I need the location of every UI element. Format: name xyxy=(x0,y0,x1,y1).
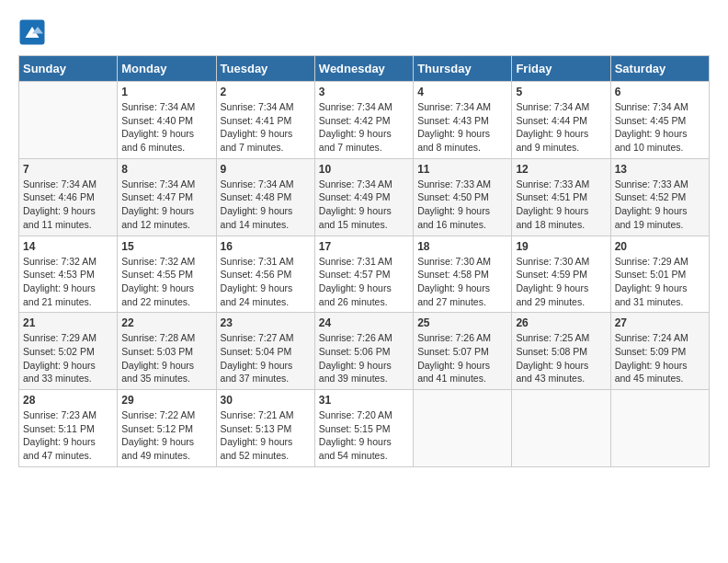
day-number: 20 xyxy=(615,240,705,253)
column-header-wednesday: Wednesday xyxy=(314,56,413,82)
day-cell: 17Sunrise: 7:31 AM Sunset: 4:57 PM Dayli… xyxy=(314,236,413,313)
day-cell: 18Sunrise: 7:30 AM Sunset: 4:58 PM Dayli… xyxy=(414,236,512,313)
day-detail: Sunrise: 7:31 AM Sunset: 4:56 PM Dayligh… xyxy=(221,255,311,309)
day-detail: Sunrise: 7:32 AM Sunset: 4:55 PM Dayligh… xyxy=(121,255,211,309)
day-cell: 20Sunrise: 7:29 AM Sunset: 5:01 PM Dayli… xyxy=(610,236,709,313)
day-detail: Sunrise: 7:20 AM Sunset: 5:15 PM Dayligh… xyxy=(319,408,409,463)
day-cell: 10Sunrise: 7:34 AM Sunset: 4:49 PM Dayli… xyxy=(314,158,413,236)
week-row-3: 14Sunrise: 7:32 AM Sunset: 4:53 PM Dayli… xyxy=(19,236,710,313)
day-detail: Sunrise: 7:31 AM Sunset: 4:57 PM Dayligh… xyxy=(319,255,409,309)
day-number: 9 xyxy=(221,163,311,176)
day-cell: 13Sunrise: 7:33 AM Sunset: 4:52 PM Dayli… xyxy=(610,158,709,236)
day-cell: 28Sunrise: 7:23 AM Sunset: 5:11 PM Dayli… xyxy=(19,390,118,467)
day-cell: 16Sunrise: 7:31 AM Sunset: 4:56 PM Dayli… xyxy=(216,236,314,313)
day-number: 22 xyxy=(121,316,211,329)
day-cell: 3Sunrise: 7:34 AM Sunset: 4:42 PM Daylig… xyxy=(314,82,413,159)
day-number: 14 xyxy=(23,240,113,253)
day-cell xyxy=(19,82,118,159)
day-detail: Sunrise: 7:30 AM Sunset: 4:59 PM Dayligh… xyxy=(516,255,606,309)
week-row-5: 28Sunrise: 7:23 AM Sunset: 5:11 PM Dayli… xyxy=(19,390,710,467)
day-cell xyxy=(512,390,610,467)
day-cell: 29Sunrise: 7:22 AM Sunset: 5:12 PM Dayli… xyxy=(118,390,216,467)
day-number: 28 xyxy=(23,394,113,407)
week-row-1: 1Sunrise: 7:34 AM Sunset: 4:40 PM Daylig… xyxy=(19,82,710,159)
day-detail: Sunrise: 7:26 AM Sunset: 5:07 PM Dayligh… xyxy=(417,331,507,385)
day-number: 24 xyxy=(319,316,409,329)
day-number: 18 xyxy=(417,240,507,253)
week-row-4: 21Sunrise: 7:29 AM Sunset: 5:02 PM Dayli… xyxy=(19,313,710,390)
day-cell xyxy=(414,390,512,467)
day-number: 5 xyxy=(516,86,606,98)
day-detail: Sunrise: 7:34 AM Sunset: 4:46 PM Dayligh… xyxy=(23,178,113,232)
day-detail: Sunrise: 7:24 AM Sunset: 5:09 PM Dayligh… xyxy=(615,331,705,385)
day-cell: 19Sunrise: 7:30 AM Sunset: 4:59 PM Dayli… xyxy=(512,236,610,313)
logo-icon xyxy=(18,18,46,46)
day-cell: 14Sunrise: 7:32 AM Sunset: 4:53 PM Dayli… xyxy=(19,236,118,313)
day-cell: 21Sunrise: 7:29 AM Sunset: 5:02 PM Dayli… xyxy=(19,313,118,390)
day-number: 17 xyxy=(319,240,409,253)
day-cell: 23Sunrise: 7:27 AM Sunset: 5:04 PM Dayli… xyxy=(216,313,314,390)
day-number: 25 xyxy=(417,316,507,329)
day-detail: Sunrise: 7:30 AM Sunset: 4:58 PM Dayligh… xyxy=(417,255,507,309)
day-detail: Sunrise: 7:34 AM Sunset: 4:40 PM Dayligh… xyxy=(121,100,211,155)
day-detail: Sunrise: 7:34 AM Sunset: 4:43 PM Dayligh… xyxy=(417,100,507,155)
day-cell xyxy=(610,390,709,467)
day-cell: 2Sunrise: 7:34 AM Sunset: 4:41 PM Daylig… xyxy=(216,82,314,159)
day-number: 31 xyxy=(319,394,409,407)
column-header-saturday: Saturday xyxy=(610,56,709,82)
column-header-thursday: Thursday xyxy=(414,56,512,82)
day-number: 27 xyxy=(615,316,705,329)
column-header-monday: Monday xyxy=(118,56,216,82)
day-cell: 27Sunrise: 7:24 AM Sunset: 5:09 PM Dayli… xyxy=(610,313,709,390)
day-number: 11 xyxy=(417,163,507,176)
day-cell: 4Sunrise: 7:34 AM Sunset: 4:43 PM Daylig… xyxy=(414,82,512,159)
day-detail: Sunrise: 7:34 AM Sunset: 4:44 PM Dayligh… xyxy=(516,100,606,155)
day-number: 2 xyxy=(221,86,311,98)
day-detail: Sunrise: 7:34 AM Sunset: 4:45 PM Dayligh… xyxy=(615,100,705,155)
day-number: 7 xyxy=(23,163,113,176)
day-detail: Sunrise: 7:34 AM Sunset: 4:49 PM Dayligh… xyxy=(319,178,409,232)
day-cell: 25Sunrise: 7:26 AM Sunset: 5:07 PM Dayli… xyxy=(414,313,512,390)
day-number: 8 xyxy=(121,163,211,176)
day-detail: Sunrise: 7:23 AM Sunset: 5:11 PM Dayligh… xyxy=(23,408,113,463)
day-detail: Sunrise: 7:26 AM Sunset: 5:06 PM Dayligh… xyxy=(319,331,409,385)
day-cell: 12Sunrise: 7:33 AM Sunset: 4:51 PM Dayli… xyxy=(512,158,610,236)
day-detail: Sunrise: 7:34 AM Sunset: 4:47 PM Dayligh… xyxy=(121,178,211,232)
day-cell: 5Sunrise: 7:34 AM Sunset: 4:44 PM Daylig… xyxy=(512,82,610,159)
day-detail: Sunrise: 7:32 AM Sunset: 4:53 PM Dayligh… xyxy=(23,255,113,309)
day-cell: 30Sunrise: 7:21 AM Sunset: 5:13 PM Dayli… xyxy=(216,390,314,467)
day-number: 16 xyxy=(221,240,311,253)
day-detail: Sunrise: 7:34 AM Sunset: 4:42 PM Dayligh… xyxy=(319,100,409,155)
day-number: 10 xyxy=(319,163,409,176)
day-detail: Sunrise: 7:22 AM Sunset: 5:12 PM Dayligh… xyxy=(121,408,211,463)
day-cell: 11Sunrise: 7:33 AM Sunset: 4:50 PM Dayli… xyxy=(414,158,512,236)
day-cell: 24Sunrise: 7:26 AM Sunset: 5:06 PM Dayli… xyxy=(314,313,413,390)
day-number: 13 xyxy=(615,163,705,176)
day-detail: Sunrise: 7:27 AM Sunset: 5:04 PM Dayligh… xyxy=(221,331,311,385)
day-detail: Sunrise: 7:29 AM Sunset: 5:02 PM Dayligh… xyxy=(23,331,113,385)
day-cell: 31Sunrise: 7:20 AM Sunset: 5:15 PM Dayli… xyxy=(314,390,413,467)
day-detail: Sunrise: 7:33 AM Sunset: 4:52 PM Dayligh… xyxy=(615,178,705,232)
day-number: 26 xyxy=(516,316,606,329)
day-number: 15 xyxy=(121,240,211,253)
day-number: 23 xyxy=(221,316,311,329)
day-cell: 9Sunrise: 7:34 AM Sunset: 4:48 PM Daylig… xyxy=(216,158,314,236)
calendar-header-row: SundayMondayTuesdayWednesdayThursdayFrid… xyxy=(19,56,710,82)
day-cell: 26Sunrise: 7:25 AM Sunset: 5:08 PM Dayli… xyxy=(512,313,610,390)
day-detail: Sunrise: 7:34 AM Sunset: 4:41 PM Dayligh… xyxy=(221,100,311,155)
day-cell: 22Sunrise: 7:28 AM Sunset: 5:03 PM Dayli… xyxy=(118,313,216,390)
day-cell: 1Sunrise: 7:34 AM Sunset: 4:40 PM Daylig… xyxy=(118,82,216,159)
day-number: 30 xyxy=(221,394,311,407)
page-header xyxy=(18,18,710,46)
day-number: 6 xyxy=(615,86,705,98)
day-number: 4 xyxy=(417,86,507,98)
day-number: 1 xyxy=(121,86,211,98)
day-number: 19 xyxy=(516,240,606,253)
day-detail: Sunrise: 7:21 AM Sunset: 5:13 PM Dayligh… xyxy=(221,408,311,463)
day-number: 12 xyxy=(516,163,606,176)
column-header-sunday: Sunday xyxy=(19,56,118,82)
day-detail: Sunrise: 7:29 AM Sunset: 5:01 PM Dayligh… xyxy=(615,255,705,309)
day-detail: Sunrise: 7:33 AM Sunset: 4:50 PM Dayligh… xyxy=(417,178,507,232)
week-row-2: 7Sunrise: 7:34 AM Sunset: 4:46 PM Daylig… xyxy=(19,158,710,236)
day-cell: 7Sunrise: 7:34 AM Sunset: 4:46 PM Daylig… xyxy=(19,158,118,236)
